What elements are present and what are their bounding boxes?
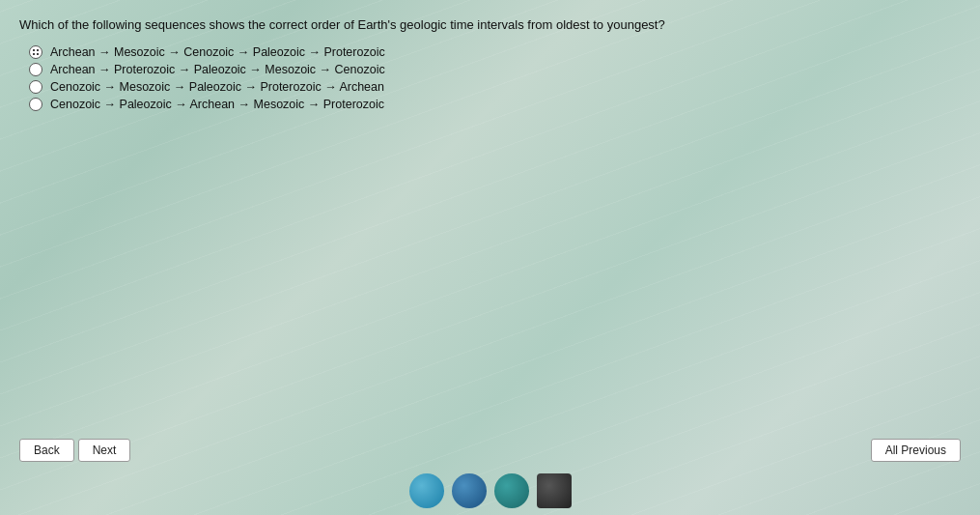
option-label-a: Archean → Mesozoic → Cenozoic → Paleozoi… <box>50 45 385 59</box>
radio-option-d[interactable] <box>29 98 42 111</box>
taskbar-icon-3[interactable] <box>494 473 529 508</box>
radio-option-c[interactable] <box>29 80 42 94</box>
option-item-b[interactable]: Archean → Proterozoic → Paleozoic → Meso… <box>29 63 961 76</box>
main-content: Which of the following sequences shows t… <box>0 0 980 111</box>
option-item-a[interactable]: Archean → Mesozoic → Cenozoic → Paleozoi… <box>29 45 961 59</box>
option-label-c: Cenozoic → Mesozoic → Paleozoic → Proter… <box>50 80 384 94</box>
taskbar-icon-2[interactable] <box>452 473 487 508</box>
option-item-d[interactable]: Cenozoic → Paleozoic → Archean → Mesozoi… <box>29 98 961 111</box>
radio-option-b[interactable] <box>29 63 42 76</box>
taskbar-icon-4[interactable] <box>537 473 572 508</box>
option-label-b: Archean → Proterozoic → Paleozoic → Meso… <box>50 63 385 76</box>
taskbar <box>0 467 980 515</box>
all-previous-button[interactable]: All Previous <box>871 439 961 462</box>
option-label-d: Cenozoic → Paleozoic → Archean → Mesozoi… <box>50 98 384 111</box>
taskbar-icon-1[interactable] <box>409 473 444 508</box>
question-text: Which of the following sequences shows t… <box>19 17 961 32</box>
option-item-c[interactable]: Cenozoic → Mesozoic → Paleozoic → Proter… <box>29 80 961 94</box>
options-list: Archean → Mesozoic → Cenozoic → Paleozoi… <box>19 45 961 111</box>
back-button[interactable]: Back <box>19 439 74 462</box>
next-button[interactable]: Next <box>78 439 131 462</box>
radio-option-a[interactable] <box>29 45 42 59</box>
bottom-bar: Back Next <box>19 439 130 462</box>
